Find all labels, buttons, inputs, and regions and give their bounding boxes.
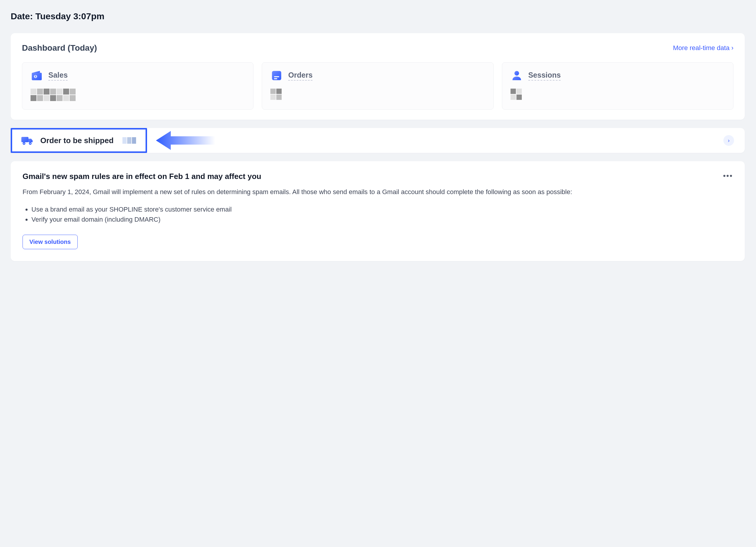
wallet-icon: $ <box>31 70 43 82</box>
stat-row: $ Sales Or <box>22 62 733 110</box>
stat-label: Sessions <box>528 71 561 81</box>
chevron-right-icon: › <box>728 138 730 144</box>
svg-rect-5 <box>274 78 277 79</box>
dashboard-header: Dashboard (Today) More real-time data › <box>22 43 733 53</box>
stat-card-sales[interactable]: $ Sales <box>22 62 253 110</box>
stat-card-orders[interactable]: Orders <box>262 62 493 110</box>
list-item: Use a brand email as your SHOPLINE store… <box>31 205 733 215</box>
notice-title: Gmail's new spam rules are in effect on … <box>23 172 261 181</box>
svg-marker-7 <box>156 131 215 150</box>
expand-button[interactable]: › <box>723 135 734 146</box>
svg-point-12 <box>30 143 31 144</box>
more-options-button[interactable]: ••• <box>723 172 733 180</box>
more-realtime-link[interactable]: More real-time data › <box>673 44 733 52</box>
svg-rect-8 <box>21 137 28 142</box>
ellipsis-icon: ••• <box>723 171 733 180</box>
svg-text:$: $ <box>35 75 36 78</box>
redacted-value <box>122 137 136 144</box>
stat-card-sessions[interactable]: Sessions <box>502 62 733 110</box>
truck-icon <box>21 136 33 145</box>
order-to-ship-title: Order to be shipped <box>40 136 114 145</box>
order-icon <box>270 70 283 82</box>
notice-card: Gmail's new spam rules are in effect on … <box>11 161 745 261</box>
chevron-right-icon: › <box>731 45 733 51</box>
stat-label: Orders <box>288 71 312 81</box>
view-solutions-button[interactable]: View solutions <box>23 235 78 249</box>
stat-label: Sales <box>48 71 68 81</box>
svg-rect-4 <box>274 76 279 77</box>
list-item: Verify your email domain (including DMAR… <box>31 215 733 225</box>
redacted-value <box>31 89 245 101</box>
svg-point-10 <box>23 143 25 144</box>
date-heading: Date: Tuesday 3:07pm <box>11 11 745 21</box>
dashboard-title: Dashboard (Today) <box>22 43 97 53</box>
order-to-ship-card[interactable]: Order to be shipped › <box>11 128 745 153</box>
redacted-value <box>511 89 725 100</box>
notice-body: From February 1, 2024, Gmail will implem… <box>23 187 733 197</box>
redacted-value <box>270 89 485 100</box>
notice-list: Use a brand email as your SHOPLINE store… <box>23 205 733 225</box>
svg-point-6 <box>514 71 519 76</box>
dashboard-card: Dashboard (Today) More real-time data › … <box>11 33 745 120</box>
annotation-arrow-icon <box>156 130 215 151</box>
more-realtime-label: More real-time data <box>673 44 730 52</box>
person-icon <box>511 70 523 82</box>
